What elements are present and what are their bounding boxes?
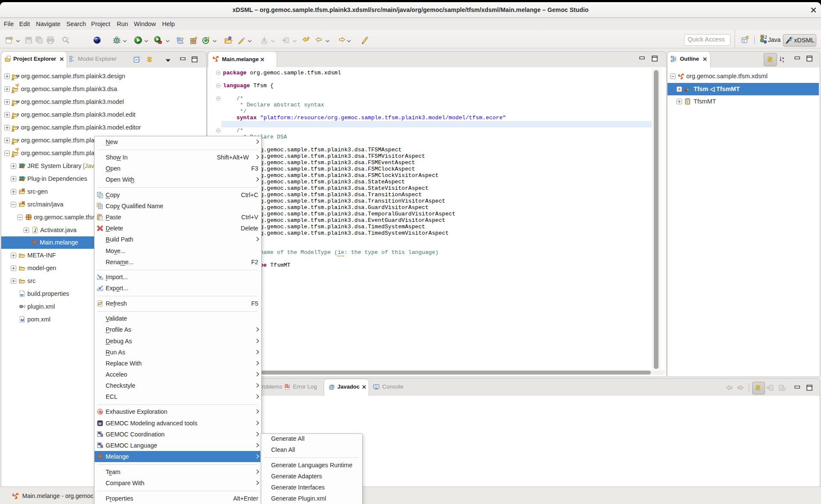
svg-text:Gr: Gr — [177, 36, 181, 41]
svg-text:J: J — [765, 35, 767, 40]
